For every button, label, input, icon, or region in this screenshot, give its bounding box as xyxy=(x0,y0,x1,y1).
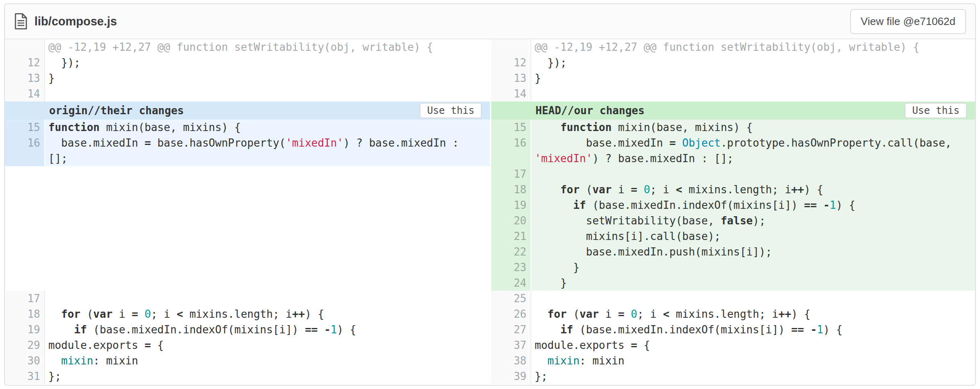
code-token: base.mixedIn xyxy=(535,137,669,149)
line-number: 25 xyxy=(491,291,531,306)
code-token: (base.mixedIn.indexOf(mixins[i]) xyxy=(586,199,804,211)
code-token: = xyxy=(631,183,637,196)
line-number: 38 xyxy=(491,353,531,369)
code-token: }); xyxy=(48,57,80,69)
code-token: mixins.length; i xyxy=(682,183,791,196)
diff-line: 26 for (var i = 0; i < mixins.length; i+… xyxy=(491,306,975,322)
code-token: } xyxy=(48,72,55,84)
code-token: - xyxy=(823,199,830,211)
code-token: = xyxy=(132,308,138,320)
line-code: function mixin(base, mixins) { xyxy=(531,120,975,135)
code-token: < xyxy=(177,308,183,320)
code-token: ++ xyxy=(791,183,804,196)
diff-line: 14 xyxy=(491,86,975,102)
line-number: 12 xyxy=(5,55,45,70)
code-token: mixin xyxy=(61,355,93,367)
code-token: module.exports xyxy=(535,339,631,351)
code-token: (base.mixedIn.indexOf(mixins[i]) xyxy=(87,323,305,336)
code-token: for xyxy=(61,308,80,320)
code-token: ++ xyxy=(778,308,791,320)
code-token xyxy=(535,121,560,133)
code-token: ) { xyxy=(804,183,823,196)
line-number: 30 xyxy=(5,353,45,369)
code-token: = xyxy=(669,137,676,149)
line-number: 19 xyxy=(5,322,45,337)
code-token: } xyxy=(535,277,567,289)
diff-line: 23 } xyxy=(491,260,975,275)
line-number: 13 xyxy=(491,70,531,86)
code-token: = xyxy=(145,137,151,149)
code-token: if xyxy=(560,323,573,336)
use-this-button-ours[interactable]: Use this xyxy=(905,103,967,118)
code-token xyxy=(138,308,145,320)
code-token: i xyxy=(113,308,132,320)
view-file-button[interactable]: View file @e71062d xyxy=(850,9,966,34)
line-number: 14 xyxy=(5,86,45,102)
code-token: - xyxy=(810,323,817,336)
use-this-button-theirs[interactable]: Use this xyxy=(420,103,482,118)
line-code: mixin: mixin xyxy=(45,353,490,369)
diff-line: 12 }); xyxy=(491,55,975,70)
line-number: 37 xyxy=(491,337,531,353)
code-token: 0 xyxy=(631,308,637,320)
code-token: ; i xyxy=(151,308,177,320)
code-token: }); xyxy=(535,57,567,69)
code-token: mixins.length; i xyxy=(669,308,778,320)
code-token xyxy=(535,308,547,320)
code-token: }; xyxy=(535,370,547,382)
diff-line: 16 base.mixedIn = base.hasOwnProperty('m… xyxy=(5,135,490,166)
line-number: 18 xyxy=(5,306,45,322)
code-token: .prototype.hasOwnProperty.call(base, xyxy=(721,137,958,149)
code-token: module.exports xyxy=(48,339,145,351)
line-number: 15 xyxy=(5,120,45,135)
line-code: if (base.mixedIn.indexOf(mixins[i]) == -… xyxy=(531,197,975,213)
diff-line: 15 function mixin(base, mixins) { xyxy=(491,120,975,135)
code-token: function xyxy=(48,121,100,133)
code-token: if xyxy=(74,323,87,336)
diff-line: 25 xyxy=(491,291,975,306)
line-number: 16 xyxy=(5,135,45,166)
code-token: ++ xyxy=(292,308,305,320)
line-number: 12 xyxy=(491,55,531,70)
line-code: for (var i = 0; i < mixins.length; i++) … xyxy=(45,306,490,322)
diff-line: 14 xyxy=(5,86,490,102)
code-token: mixin(base, mixins) { xyxy=(100,121,240,133)
code-token: for xyxy=(547,308,567,320)
line-number: 39 xyxy=(491,369,531,384)
code-token: ) { xyxy=(823,323,842,336)
code-token: { xyxy=(151,339,163,351)
diff-line: 29module.exports = { xyxy=(5,337,490,353)
code-token: for xyxy=(560,183,580,196)
code-token xyxy=(535,183,560,196)
diff-line: 15function mixin(base, mixins) { xyxy=(5,120,490,135)
diff-line: 17 xyxy=(5,291,490,306)
code-token: mixin(base, mixins) { xyxy=(612,121,753,133)
line-code: }); xyxy=(45,55,490,70)
code-token xyxy=(48,355,61,367)
line-code: } xyxy=(531,260,975,275)
code-token: base.mixedIn xyxy=(48,137,145,149)
code-token: ; i xyxy=(637,308,663,320)
line-number: 21 xyxy=(491,228,531,244)
diff-line: 19 if (base.mixedIn.indexOf(mixins[i]) =… xyxy=(491,197,975,213)
line-number: 24 xyxy=(491,275,531,291)
code-token: 0 xyxy=(145,308,151,320)
diff-line: 17 xyxy=(491,166,975,182)
line-number: 16 xyxy=(491,135,531,166)
conflict-section-header-ours: HEAD//our changesUse this xyxy=(491,102,975,120)
diff-line: 27 if (base.mixedIn.indexOf(mixins[i]) =… xyxy=(491,322,975,337)
line-number: 20 xyxy=(491,213,531,228)
code-token: ( xyxy=(567,308,579,320)
code-token: var xyxy=(592,183,612,196)
code-token: }; xyxy=(48,370,61,382)
code-token: { xyxy=(637,339,650,351)
file-header: lib/compose.js View file @e71062d xyxy=(5,4,975,39)
line-code: for (var i = 0; i < mixins.length; i++) … xyxy=(531,182,975,197)
hunk-header-text: @@ -12,19 +12,27 @@ function setWritabil… xyxy=(531,39,975,55)
line-number: 17 xyxy=(5,291,45,306)
conflict-section-header-theirs: origin//their changesUse this xyxy=(5,102,490,120)
code-token xyxy=(676,137,682,149)
code-token: } xyxy=(535,261,580,274)
line-code: module.exports = { xyxy=(531,337,975,353)
line-number: 26 xyxy=(491,306,531,322)
